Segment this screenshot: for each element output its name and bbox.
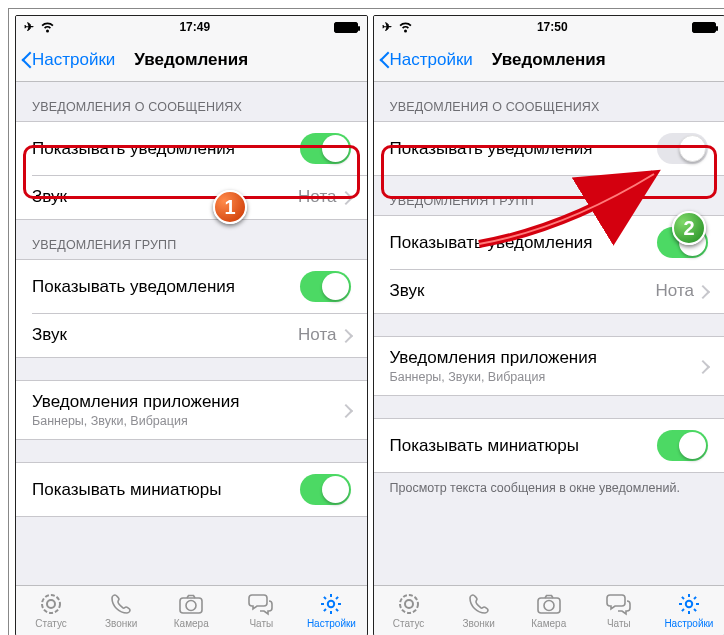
chevron-left-icon <box>20 50 32 70</box>
cell-label: Звук <box>390 281 425 301</box>
settings-content: УВЕДОМЛЕНИЯ О СООБЩЕНИЯХ Показывать увед… <box>16 82 367 585</box>
row-app-notifications[interactable]: Уведомления приложения Баннеры, Звуки, В… <box>374 337 725 395</box>
clock: 17:49 <box>179 20 210 34</box>
svg-point-1 <box>47 600 55 608</box>
tab-camera[interactable]: Камера <box>156 586 226 635</box>
settings-content: УВЕДОМЛЕНИЯ О СООБЩЕНИЯХ Показывать увед… <box>374 82 725 585</box>
row-show-notifications-msg[interactable]: Показывать уведомления <box>16 122 367 175</box>
cell-label: Показывать уведомления <box>32 139 235 159</box>
cell-label: Звук <box>32 325 67 345</box>
svg-point-0 <box>42 595 60 613</box>
tab-chats[interactable]: Чаты <box>226 586 296 635</box>
cell-value: Нота <box>298 187 336 207</box>
cell-label: Звук <box>32 187 67 207</box>
row-app-notifications[interactable]: Уведомления приложения Баннеры, Звуки, В… <box>16 381 367 439</box>
svg-point-3 <box>186 601 196 611</box>
toggle-show-notifications-msg[interactable] <box>300 133 351 164</box>
clock: 17:50 <box>537 20 568 34</box>
cell-value: Нота <box>656 281 694 301</box>
cell-sublabel: Баннеры, Звуки, Вибрация <box>32 414 239 428</box>
cell-sublabel: Баннеры, Звуки, Вибрация <box>390 370 597 384</box>
tab-status[interactable]: Статус <box>16 586 86 635</box>
row-show-notifications-group[interactable]: Показывать уведомления <box>374 216 725 269</box>
row-show-thumbnails[interactable]: Показывать миниатюры <box>374 419 725 472</box>
tab-status[interactable]: Статус <box>374 586 444 635</box>
airplane-icon: ✈ <box>382 20 392 34</box>
phone-right: ✈ 17:50 Настройки Уведомления УВЕДОМЛЕНИ… <box>373 15 725 635</box>
status-bar: ✈ 17:49 <box>16 16 367 38</box>
gear-icon <box>677 592 701 616</box>
row-show-thumbnails[interactable]: Показывать миниатюры <box>16 463 367 516</box>
svg-point-6 <box>405 600 413 608</box>
wifi-icon <box>40 22 55 33</box>
svg-point-5 <box>400 595 418 613</box>
toggle-show-notifications-msg[interactable] <box>657 133 708 164</box>
phone-icon <box>467 592 491 616</box>
cell-label: Показывать уведомления <box>32 277 235 297</box>
svg-point-9 <box>686 601 692 607</box>
nav-bar: Настройки Уведомления <box>16 38 367 82</box>
battery-icon <box>692 22 716 33</box>
cell-label: Уведомления приложения <box>390 348 597 368</box>
comparison-stage: ✈ 17:49 Настройки Уведомления УВЕДОМЛЕНИ… <box>8 8 724 635</box>
section-header-messages: УВЕДОМЛЕНИЯ О СООБЩЕНИЯХ <box>374 82 725 121</box>
phone-icon <box>109 592 133 616</box>
row-sound-group[interactable]: Звук Нота <box>374 269 725 313</box>
battery-icon <box>334 22 358 33</box>
tab-camera[interactable]: Камера <box>514 586 584 635</box>
airplane-icon: ✈ <box>24 20 34 34</box>
chats-icon <box>248 592 274 616</box>
row-sound-group[interactable]: Звук Нота <box>16 313 367 357</box>
cell-label: Показывать миниатюры <box>390 436 579 456</box>
toggle-show-thumbnails[interactable] <box>300 474 351 505</box>
chevron-right-icon <box>343 329 351 342</box>
svg-point-4 <box>328 601 334 607</box>
tab-calls[interactable]: Звонки <box>86 586 156 635</box>
phone-left: ✈ 17:49 Настройки Уведомления УВЕДОМЛЕНИ… <box>15 15 368 635</box>
row-show-notifications-msg[interactable]: Показывать уведомления <box>374 122 725 175</box>
row-sound-msg[interactable]: Звук Нота <box>16 175 367 219</box>
chevron-right-icon <box>700 360 708 373</box>
tab-settings[interactable]: Настройки <box>654 586 724 635</box>
section-header-messages: УВЕДОМЛЕНИЯ О СООБЩЕНИЯХ <box>16 82 367 121</box>
tab-bar: Статус Звонки Камера Чаты Настройки <box>16 585 367 635</box>
cell-label: Показывать уведомления <box>390 233 593 253</box>
status-icon <box>397 592 421 616</box>
tab-calls[interactable]: Звонки <box>444 586 514 635</box>
cell-label: Уведомления приложения <box>32 392 239 412</box>
camera-icon <box>178 593 204 615</box>
camera-icon <box>536 593 562 615</box>
section-header-groups: УВЕДОМЛЕНИЯ ГРУПП <box>374 176 725 215</box>
status-icon <box>39 592 63 616</box>
svg-point-8 <box>544 601 554 611</box>
cell-label: Показывать уведомления <box>390 139 593 159</box>
cell-label: Показывать миниатюры <box>32 480 221 500</box>
cell-value: Нота <box>298 325 336 345</box>
row-show-notifications-group[interactable]: Показывать уведомления <box>16 260 367 313</box>
nav-bar: Настройки Уведомления <box>374 38 725 82</box>
chevron-right-icon <box>700 285 708 298</box>
back-button[interactable]: Настройки <box>16 50 115 70</box>
chevron-right-icon <box>343 404 351 417</box>
chats-icon <box>606 592 632 616</box>
toggle-show-notifications-group[interactable] <box>657 227 708 258</box>
tab-chats[interactable]: Чаты <box>584 586 654 635</box>
status-bar: ✈ 17:50 <box>374 16 725 38</box>
section-footer: Просмотр текста сообщения в окне уведомл… <box>374 473 725 497</box>
section-header-groups: УВЕДОМЛЕНИЯ ГРУПП <box>16 220 367 259</box>
chevron-left-icon <box>378 50 390 70</box>
wifi-icon <box>398 22 413 33</box>
tab-settings[interactable]: Настройки <box>296 586 366 635</box>
tab-bar: Статус Звонки Камера Чаты Настройки <box>374 585 725 635</box>
toggle-show-notifications-group[interactable] <box>300 271 351 302</box>
chevron-right-icon <box>343 191 351 204</box>
back-button[interactable]: Настройки <box>374 50 473 70</box>
toggle-show-thumbnails[interactable] <box>657 430 708 461</box>
gear-icon <box>319 592 343 616</box>
